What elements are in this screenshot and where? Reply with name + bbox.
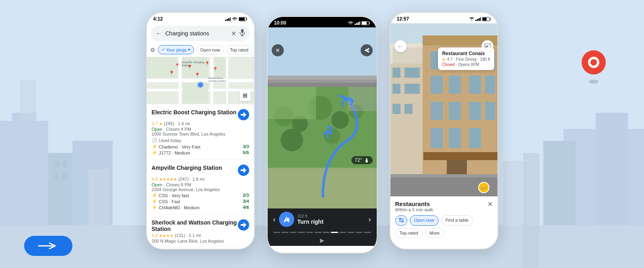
result-3-nav-btn[interactable] (238, 219, 249, 231)
clear-icon[interactable]: ✕ (231, 30, 236, 37)
result-1-addr-text: 1000 Sunrise Town Blvd, Los Angeles (152, 132, 249, 136)
svg-point-121 (399, 218, 401, 220)
svg-rect-55 (358, 22, 359, 25)
svg-rect-54 (356, 23, 357, 25)
result-1-nav-btn[interactable] (238, 109, 249, 120)
panel-chip-open-now[interactable]: Open now (410, 215, 439, 226)
direction-button[interactable] (279, 212, 294, 227)
svg-text:Station: Station (182, 64, 190, 67)
nav-progress-bar (268, 230, 377, 236)
svg-rect-78 (479, 18, 480, 21)
street-view[interactable]: ← Restaurant Conais ★ 4.7 · Fine Dining (390, 23, 497, 196)
result-sherlock[interactable]: Sherlock and Wattson Charging Station 4.… (147, 214, 254, 247)
svg-rect-100 (449, 128, 461, 148)
result-3-stars: ★★★★ (159, 233, 173, 238)
svg-rect-70 (268, 87, 316, 119)
bolt-icon-1: ⚡ (152, 144, 157, 149)
result-3-addr: 200 N Magic Lane Blvd, Los Angeles (152, 239, 249, 243)
svg-point-123 (402, 221, 403, 222)
svg-rect-98 (485, 102, 495, 120)
nav-next-button[interactable]: › (369, 215, 371, 224)
panel-chip-top-rated[interactable]: Top-rated (395, 228, 423, 238)
status-bar-3: 12:57 (390, 13, 497, 23)
svg-rect-92 (449, 76, 461, 94)
info-card-name: Restaurant Conais (442, 51, 490, 56)
svg-rect-28 (241, 29, 244, 33)
panel-chip-sliders[interactable] (395, 215, 407, 226)
svg-text:Charging Station: Charging Station (208, 80, 226, 82)
filter-top-rated-label: Top rated (230, 47, 248, 52)
nav-controls: ‹ 102 ft Turn right › (268, 208, 377, 230)
search-query-1: Charging stations (165, 30, 228, 37)
svg-rect-99 (431, 128, 443, 148)
panel-chip-find-table[interactable]: Find a table (441, 215, 473, 226)
charger-avail-2-3: 4/6 (243, 205, 249, 210)
filter-top-rated[interactable]: Top rated (226, 45, 252, 54)
svg-rect-79 (480, 17, 481, 21)
progress-2 (281, 232, 289, 233)
charger-type-1-2: J1772 · Medium (159, 150, 190, 155)
map-layers-button[interactable]: ⊞ (239, 90, 251, 101)
wifi-icon-2 (348, 21, 353, 25)
svg-rect-75 (366, 158, 367, 161)
info-card[interactable]: Restaurant Conais ★ 4.7 · Fine Dining · … (438, 47, 494, 70)
result-2-closes: Closes 8 PM (166, 182, 191, 187)
bolt-icon-2: ⚡ (152, 150, 157, 155)
user-avatar: 😊 (478, 182, 489, 193)
panel-chip-more[interactable]: More (425, 228, 444, 238)
nav-share-button[interactable] (361, 44, 373, 56)
svg-rect-114 (405, 104, 413, 114)
nav-prev-button[interactable]: ‹ (273, 215, 276, 224)
svg-rect-77 (477, 19, 478, 21)
result-2-nav-btn[interactable] (238, 165, 249, 176)
charger-row-1-1: ⚡ Chademo · Very Fast 3/3 (152, 144, 249, 149)
wifi-icon (232, 17, 237, 21)
svg-rect-23 (227, 19, 228, 21)
svg-rect-24 (228, 18, 229, 21)
nav-close-button[interactable]: ✕ (272, 44, 284, 56)
result-1-used: 🕐 Used today (152, 138, 249, 143)
result-3-meta: 4.2 ★★★★ (131) · 2.1 mi (152, 233, 249, 238)
status-bar-1: 4:12 (147, 13, 254, 23)
panel-close-button[interactable]: ✕ (487, 200, 493, 208)
result-ampville[interactable]: Ampville Charging Station 4.5 ★★★★★ (247… (147, 160, 254, 214)
map-svg: 📍 📍 📍 📍 📍 📍 Ampville Charging Station El… (147, 57, 254, 104)
svg-text:📍: 📍 (212, 66, 218, 72)
result-electric-boost[interactable]: Electric Boost Charging Station 3.7 ★ (2… (147, 104, 254, 160)
time-2: 10:00 (274, 20, 287, 26)
filter-sliders-icon[interactable]: ⚙ (150, 47, 155, 53)
mic-icon[interactable] (239, 29, 245, 38)
search-bar-1[interactable]: ← Charging stations ✕ (151, 26, 250, 41)
back-button-3[interactable]: ← (394, 40, 407, 52)
svg-rect-91 (431, 76, 443, 94)
status-icons-3 (469, 17, 491, 21)
svg-rect-108 (405, 68, 413, 78)
charger-left-1-2: ⚡ J1772 · Medium (152, 150, 190, 155)
phone-charging-stations: 4:12 (146, 12, 255, 249)
phone-restaurant: 12:57 (390, 12, 498, 249)
bolt-icon-2-2: ⚡ (152, 199, 157, 204)
filter-your-plugs-label: Your plugs (166, 47, 187, 52)
result-2-addr-text: 2304 George Avenue, Los Angeles (152, 187, 249, 192)
temperature-badge: 72° (351, 156, 372, 164)
result-1-rating: 3.7 (152, 121, 158, 126)
filter-your-plugs[interactable]: ✓ Your plugs ▾ (158, 45, 194, 54)
filter-open-now-label: Open now (200, 47, 220, 52)
panel-chip-top-rated-label: Top-rated (400, 231, 418, 235)
panel-chip-find-table-label: Find a table (446, 218, 469, 223)
panel-title-area: Restaurants Within a 5 min walk (395, 200, 433, 212)
filter-open-now[interactable]: Open now (196, 45, 224, 54)
svg-rect-95 (431, 102, 443, 120)
back-button-1[interactable]: ← (156, 30, 162, 37)
play-button[interactable]: ▶ (320, 237, 324, 243)
result-3-distance: 2.1 mi (189, 233, 201, 238)
result-1-meta: 3.7 ★ (245) · 1.6 mi (152, 121, 249, 126)
bolt-icon-2-3: ⚡ (152, 205, 157, 210)
result-2-stars: ★★★★★ (159, 177, 177, 181)
time-3: 12:57 (397, 16, 409, 22)
result-2-rating: 4.5 (152, 177, 158, 181)
map-area-1[interactable]: 📍 📍 📍 📍 📍 📍 Ampville Charging Station El… (147, 57, 254, 104)
nav-map[interactable]: ✕ 72° (268, 27, 377, 208)
svg-rect-76 (475, 20, 477, 21)
info-card-rating-star: ★ (442, 57, 446, 62)
